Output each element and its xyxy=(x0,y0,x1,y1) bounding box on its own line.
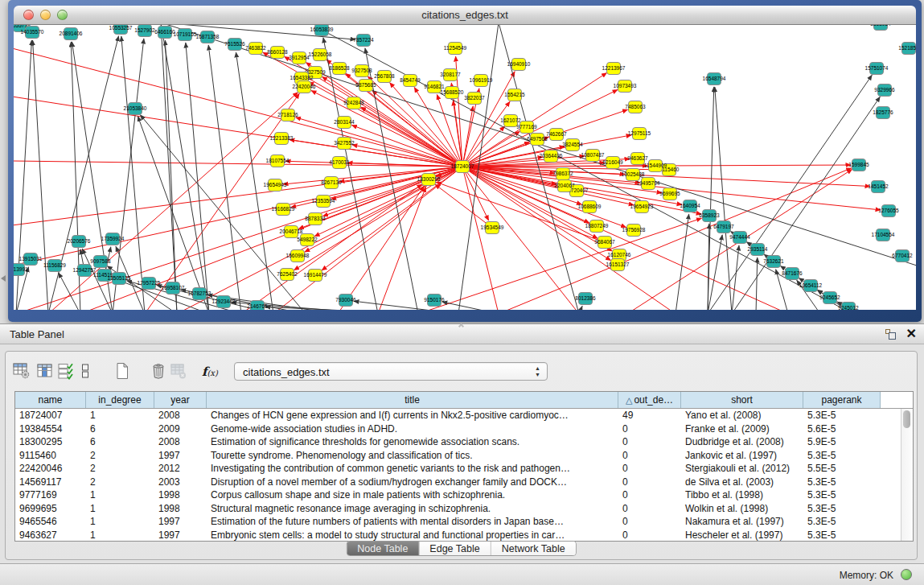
table-cell[interactable]: Yano et al. (2008) xyxy=(681,409,803,422)
graph-node[interactable]: 18807249 xyxy=(585,220,609,233)
graph-node[interactable]: 16958107 xyxy=(162,282,185,295)
table-row[interactable]: 1456911722003Disruption of a novel membe… xyxy=(15,476,901,489)
table-cell[interactable]: 9463627 xyxy=(15,529,86,542)
table-cell[interactable]: 2 xyxy=(86,449,154,463)
graph-node[interactable]: 6770412 xyxy=(892,250,913,262)
graph-node[interactable]: 10961919 xyxy=(470,75,493,87)
show-columns-icon[interactable] xyxy=(36,362,55,381)
table-cell[interactable]: 5.3E-5 xyxy=(803,449,881,463)
column-header-pagerank[interactable]: pagerank xyxy=(803,392,881,408)
table-cell[interactable]: Dudbridge et al. (2008) xyxy=(681,435,803,449)
table-cell[interactable]: 2012 xyxy=(154,462,207,476)
table-cell[interactable]: 1 xyxy=(86,515,154,529)
table-cell[interactable]: 1997 xyxy=(154,515,207,529)
graph-node[interactable]: 2567808 xyxy=(374,71,395,83)
graph-node[interactable]: 3822037 xyxy=(464,93,485,105)
table-cell[interactable]: Estimation of the future numbers of pati… xyxy=(207,515,618,529)
table-cell[interactable]: 0 xyxy=(618,462,681,476)
table-cell[interactable]: 2008 xyxy=(154,409,207,422)
select-rows-icon[interactable] xyxy=(57,362,76,381)
table-cell[interactable]: Stergiakouli et al. (2012) xyxy=(681,462,803,476)
graph-node[interactable]: 8454749 xyxy=(400,75,421,87)
table-cell[interactable]: 9465546 xyxy=(15,515,86,529)
table-cell[interactable]: 19384554 xyxy=(15,422,86,436)
graph-node[interactable]: 9329966 xyxy=(874,84,895,97)
graph-node[interactable]: 9245012 xyxy=(838,303,859,311)
graph-node[interactable]: 3824554 xyxy=(562,139,583,151)
table-cell[interactable]: 1 xyxy=(86,488,154,502)
graph-node[interactable]: 2935114 xyxy=(748,244,768,256)
table-cell[interactable]: Franke et al. (2009) xyxy=(681,422,803,436)
graph-node[interactable]: 5498222 xyxy=(297,234,318,246)
panel-resize-arrow-icon[interactable] xyxy=(1,275,6,282)
table-cell[interactable]: 5.3E-5 xyxy=(803,409,881,422)
graph-node[interactable]: 1521850 xyxy=(898,43,916,55)
graph-node[interactable]: 18107554 xyxy=(266,155,290,167)
table-cell[interactable]: 9699695 xyxy=(15,502,86,516)
table-cell[interactable]: 5.3E-5 xyxy=(803,502,881,516)
table-row[interactable]: 911546021997Tourette syndrome. Phenomeno… xyxy=(15,449,901,463)
graph-node[interactable]: 19534549 xyxy=(481,222,504,234)
column-header-year[interactable]: year xyxy=(154,392,207,408)
graph-node[interactable]: 16940910 xyxy=(507,59,531,71)
table-cell[interactable]: 1997 xyxy=(154,529,207,542)
vertical-scrollbar[interactable] xyxy=(901,409,913,541)
table-cell[interactable]: Wolkin et al. (1998) xyxy=(681,502,803,516)
graph-node[interactable]: 10719155 xyxy=(174,29,197,41)
table-cell[interactable]: 1 xyxy=(86,502,154,516)
table-mode-icon[interactable] xyxy=(13,362,32,381)
graph-node[interactable]: 19654943 xyxy=(264,179,287,192)
table-cell[interactable]: 9777169 xyxy=(15,488,86,502)
graph-node[interactable]: 9699695 xyxy=(659,188,680,200)
panel-grip-icon[interactable] xyxy=(458,323,464,329)
graph-node[interactable]: 6358923 xyxy=(699,210,720,222)
table-cell[interactable]: 0 xyxy=(618,515,681,529)
column-header-in_degree[interactable]: in_degree xyxy=(86,392,154,408)
table-cell[interactable]: 1997 xyxy=(154,449,207,463)
table-cell[interactable]: 0 xyxy=(618,476,681,489)
table-cell[interactable]: 9115460 xyxy=(15,449,86,463)
table-cell[interactable]: Changes of HCN gene expression and I(f) … xyxy=(207,409,618,422)
graph-node[interactable]: 9474444 xyxy=(729,232,750,244)
network-window[interactable]: citations_edges.txt 18724007746382286601… xyxy=(8,0,922,322)
selection-mode-icon[interactable] xyxy=(76,362,96,381)
graph-node[interactable]: 12353594 xyxy=(312,196,335,208)
table-cell[interactable]: 5.3E-5 xyxy=(803,529,881,542)
graph-node[interactable]: 10807487 xyxy=(581,150,605,162)
table-cell[interactable]: 0 xyxy=(618,488,681,502)
graph-node[interactable]: 7857224 xyxy=(353,35,374,47)
graph-node[interactable]: 9097588 xyxy=(90,256,111,268)
graph-node[interactable]: 3208177 xyxy=(440,69,461,81)
table-cell[interactable]: Genome-wide association studies in ADHD. xyxy=(207,422,618,436)
graph-node[interactable]: 1825776 xyxy=(873,107,893,119)
graph-node[interactable]: 10654112 xyxy=(799,280,823,292)
graph-node[interactable]: 11156829 xyxy=(43,260,66,272)
delete-columns-icon[interactable] xyxy=(150,362,169,381)
graph-node[interactable]: 6497568 xyxy=(527,134,548,146)
table-cell[interactable]: Estimation of significance thresholds fo… xyxy=(207,435,618,449)
create-column-icon[interactable] xyxy=(113,362,133,381)
graph-node[interactable]: 1640954 xyxy=(680,200,700,212)
table-cell[interactable]: 1998 xyxy=(154,502,207,516)
graph-node[interactable]: 16914479 xyxy=(304,270,327,282)
graph-node[interactable]: 16871358 xyxy=(196,31,220,43)
table-cell[interactable]: 49 xyxy=(618,409,681,422)
table-cell[interactable]: 0 xyxy=(618,529,681,542)
table-cell[interactable]: 2 xyxy=(86,462,154,476)
table-cell[interactable]: Tibbo et al. (1998) xyxy=(681,488,803,502)
graph-node[interactable]: 7632621 xyxy=(763,256,784,268)
table-cell[interactable]: 5.6E-5 xyxy=(803,422,881,436)
graph-node[interactable]: 6216049 xyxy=(602,157,623,169)
table-cell[interactable]: 2003 xyxy=(154,476,207,489)
table-cell[interactable]: 1 xyxy=(86,409,154,422)
graph-node[interactable]: 16151327 xyxy=(606,259,630,271)
graph-node[interactable]: 15226058 xyxy=(309,49,332,61)
table-cell[interactable]: 18724007 xyxy=(15,409,86,422)
delete-table-icon[interactable] xyxy=(170,362,189,381)
table-cell[interactable]: Embryonic stem cells: a model to study s… xyxy=(207,529,618,542)
table-row[interactable]: 946362711997Embryonic stem cells: a mode… xyxy=(15,529,901,542)
graph-node[interactable]: 16548794 xyxy=(703,73,726,85)
graph-node[interactable]: 7930046 xyxy=(335,295,356,307)
table-row[interactable]: 2242004622012Investigating the contribut… xyxy=(15,462,901,476)
graph-node[interactable]: 20891406 xyxy=(60,28,83,40)
